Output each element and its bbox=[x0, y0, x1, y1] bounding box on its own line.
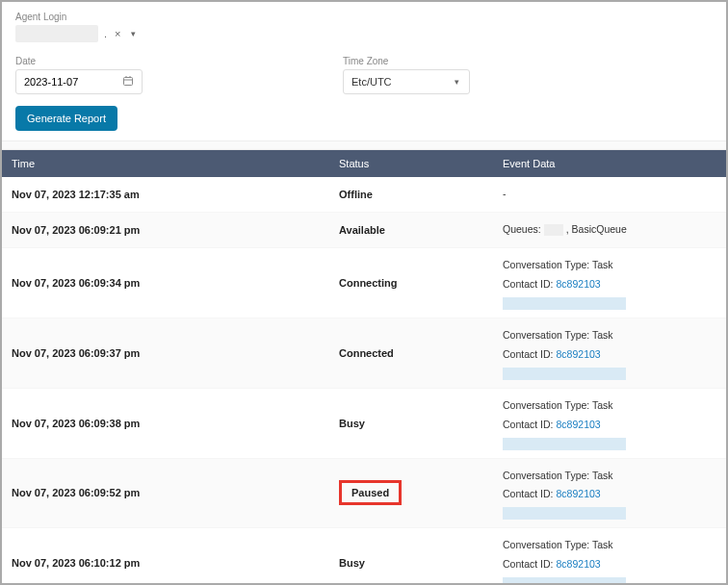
time-cell: Nov 07, 2023 06:09:34 pm bbox=[2, 247, 329, 318]
results-table: Time Status Event Data Nov 07, 2023 12:1… bbox=[2, 150, 726, 585]
calendar-icon[interactable] bbox=[122, 75, 134, 89]
contact-id-link[interactable]: 8c892103 bbox=[557, 485, 601, 504]
time-cell: Nov 07, 2023 06:10:12 pm bbox=[2, 528, 329, 585]
generate-report-button[interactable]: Generate Report bbox=[15, 106, 117, 131]
table-row: Nov 07, 2023 06:10:12 pmBusyConversation… bbox=[2, 528, 726, 585]
status-cell: Busy bbox=[329, 528, 493, 585]
highlight-box: Paused bbox=[339, 480, 402, 505]
redacted-text bbox=[544, 224, 563, 236]
redacted-text bbox=[503, 438, 626, 450]
divider bbox=[2, 140, 726, 150]
date-label: Date bbox=[15, 56, 285, 66]
chevron-down-icon: ▾ bbox=[453, 77, 461, 87]
redacted-text bbox=[503, 297, 626, 310]
contact-id-link[interactable]: 8c892103 bbox=[557, 555, 601, 574]
timezone-select[interactable]: Etc/UTC ▾ bbox=[343, 69, 470, 94]
table-row: Nov 07, 2023 06:09:37 pmConnectedConvers… bbox=[2, 318, 726, 388]
agent-login-field[interactable]: . × ▾ bbox=[15, 25, 713, 42]
col-status: Status bbox=[329, 150, 493, 177]
contact-id-link[interactable]: 8c892103 bbox=[557, 416, 601, 435]
svg-rect-0 bbox=[124, 77, 133, 85]
status-cell: Offline bbox=[329, 177, 493, 212]
time-cell: Nov 07, 2023 12:17:35 am bbox=[2, 177, 329, 212]
event-data-cell: Conversation Type: TaskContact ID: 8c892… bbox=[493, 247, 726, 318]
agent-login-suffix: . bbox=[104, 28, 107, 39]
contact-id-link[interactable]: 8c892103 bbox=[557, 345, 601, 365]
status-cell: Connecting bbox=[329, 247, 493, 318]
contact-id-link[interactable]: 8c892103 bbox=[557, 275, 601, 294]
date-input[interactable] bbox=[15, 69, 143, 94]
table-row: Nov 07, 2023 06:09:34 pmConnectingConver… bbox=[2, 247, 726, 318]
event-data-cell: Queues:, BasicQueue bbox=[493, 212, 726, 247]
agent-login-value-redacted bbox=[15, 25, 98, 42]
time-cell: Nov 07, 2023 06:09:52 pm bbox=[2, 458, 329, 528]
event-data-cell: Conversation Type: TaskContact ID: 8c892… bbox=[493, 528, 726, 585]
event-data-cell: Conversation Type: TaskContact ID: 8c892… bbox=[493, 458, 726, 528]
table-row: Nov 07, 2023 06:09:38 pmBusyConversation… bbox=[2, 388, 726, 458]
redacted-text bbox=[503, 507, 626, 520]
time-cell: Nov 07, 2023 06:09:38 pm bbox=[2, 388, 329, 458]
timezone-value: Etc/UTC bbox=[351, 76, 392, 88]
col-event-data: Event Data bbox=[493, 150, 726, 177]
status-cell: Available bbox=[329, 212, 493, 247]
clear-icon[interactable]: × bbox=[111, 28, 124, 39]
table-row: Nov 07, 2023 06:09:21 pmAvailableQueues:… bbox=[2, 212, 726, 247]
timezone-label: Time Zone bbox=[343, 56, 470, 66]
event-data-cell: Conversation Type: TaskContact ID: 8c892… bbox=[493, 388, 726, 458]
status-cell: Connected bbox=[329, 318, 493, 388]
col-time: Time bbox=[2, 150, 329, 177]
table-row: Nov 07, 2023 06:09:52 pmPausedConversati… bbox=[2, 458, 726, 528]
redacted-text bbox=[503, 577, 626, 585]
time-cell: Nov 07, 2023 06:09:21 pm bbox=[2, 212, 329, 247]
chevron-down-icon[interactable]: ▾ bbox=[129, 29, 138, 38]
event-data-cell: Conversation Type: TaskContact ID: 8c892… bbox=[493, 318, 726, 388]
table-row: Nov 07, 2023 12:17:35 amOffline- bbox=[2, 177, 726, 212]
status-cell: Busy bbox=[329, 388, 493, 458]
agent-login-label: Agent Login bbox=[15, 12, 713, 22]
time-cell: Nov 07, 2023 06:09:37 pm bbox=[2, 318, 329, 388]
redacted-text bbox=[503, 368, 626, 380]
date-value[interactable] bbox=[24, 76, 111, 88]
event-data-cell: - bbox=[493, 177, 726, 212]
status-cell: Paused bbox=[329, 458, 493, 528]
